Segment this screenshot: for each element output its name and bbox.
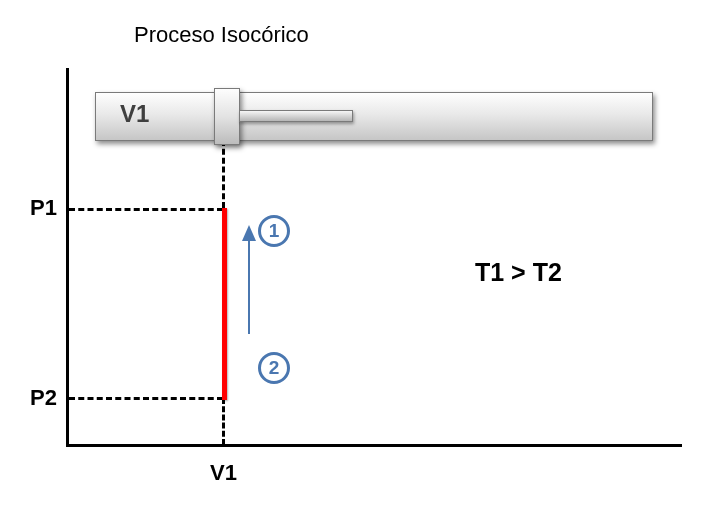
piston-head [214,88,240,145]
label-p1: P1 [30,195,57,221]
gas-volume-label: V1 [120,100,149,128]
piston-rod [239,110,353,122]
state-2-badge: 2 [258,352,290,384]
process-arrow-head [242,225,256,241]
process-arrow-shaft [248,239,250,334]
guide-v1-lower [222,398,225,445]
guide-p1 [69,208,223,211]
guide-p2 [69,397,223,400]
label-p2: P2 [30,385,57,411]
y-axis [66,68,69,446]
guide-v1-upper [222,140,225,208]
temperature-relation: T1 > T2 [475,258,562,287]
isochoric-process-line [222,208,227,400]
diagram-title: Proceso Isocórico [134,22,309,48]
label-v1: V1 [210,460,237,486]
state-1-badge: 1 [258,215,290,247]
cylinder-body [95,92,653,141]
x-axis [66,444,682,447]
